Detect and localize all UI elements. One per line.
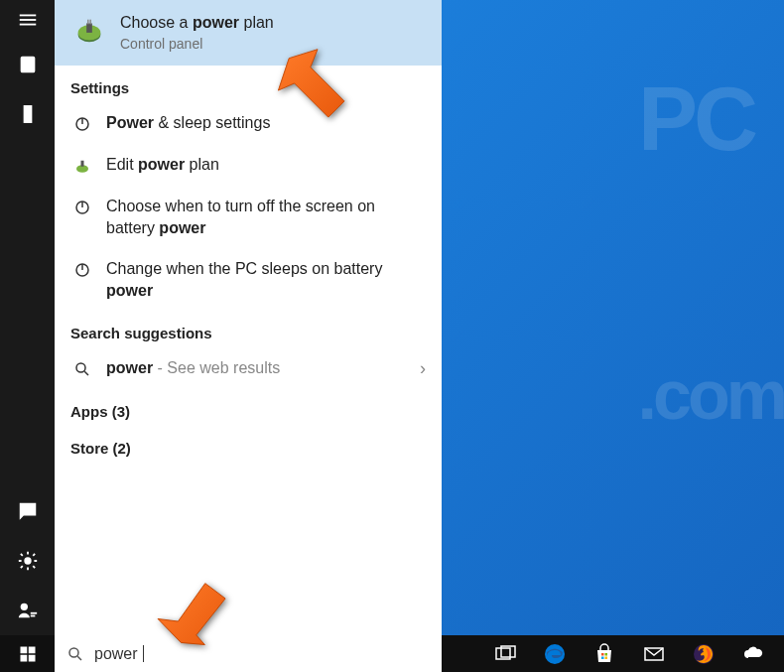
best-match-title: Choose a power plan — [120, 14, 426, 32]
result-web-suggestion[interactable]: power - See web results › — [55, 347, 442, 389]
svg-rect-1 — [19, 19, 36, 21]
settings-gear-icon[interactable] — [0, 536, 55, 586]
chevron-right-icon: › — [420, 358, 426, 379]
best-match-subtitle: Control panel — [120, 36, 426, 52]
svg-rect-28 — [20, 654, 27, 661]
menu-icon[interactable] — [0, 0, 55, 40]
svg-rect-37 — [601, 656, 604, 659]
result-label: Change when the PC sleeps on battery pow… — [106, 258, 426, 301]
result-label: power - See web results — [106, 357, 406, 379]
settings-header: Settings — [55, 66, 442, 102]
svg-rect-2 — [19, 24, 36, 26]
result-label: Edit power plan — [106, 154, 426, 176]
edge-browser-icon[interactable] — [530, 635, 580, 672]
svg-point-24 — [76, 363, 85, 372]
svg-rect-10 — [30, 612, 36, 614]
power-icon — [72, 198, 92, 217]
power-icon — [72, 260, 92, 280]
taskbar: power — [0, 635, 784, 672]
svg-rect-11 — [30, 615, 35, 617]
task-view-icon[interactable] — [480, 635, 530, 672]
power-plan-icon — [72, 14, 106, 48]
svg-rect-36 — [605, 653, 608, 656]
svg-rect-27 — [28, 646, 35, 653]
best-match-result[interactable]: Choose a power plan Control panel — [55, 0, 442, 66]
svg-rect-3 — [21, 58, 34, 72]
start-button[interactable] — [0, 635, 55, 672]
svg-rect-19 — [81, 161, 84, 167]
cortana-sidebar — [0, 0, 55, 672]
watermark: PC .com — [457, 50, 764, 546]
result-label: Power & sleep settings — [106, 112, 426, 134]
svg-rect-0 — [19, 15, 36, 17]
result-screen-off-battery[interactable]: Choose when to turn off the screen on ba… — [55, 186, 442, 248]
search-input[interactable]: power — [94, 645, 430, 663]
search-icon — [72, 359, 92, 379]
apps-header[interactable]: Apps (3) — [55, 389, 442, 426]
svg-rect-14 — [87, 20, 88, 25]
svg-line-25 — [84, 372, 88, 376]
firefox-icon[interactable] — [679, 635, 728, 672]
home-icon[interactable] — [0, 40, 55, 89]
mail-icon[interactable] — [629, 635, 679, 672]
result-power-sleep-settings[interactable]: Power & sleep settings — [55, 102, 442, 144]
feedback-icon[interactable] — [0, 486, 55, 536]
power-plan-small-icon — [72, 156, 92, 176]
svg-rect-15 — [89, 20, 90, 25]
svg-point-9 — [20, 604, 27, 610]
svg-line-31 — [77, 656, 81, 660]
svg-point-30 — [69, 648, 78, 657]
tower-icon[interactable] — [0, 89, 55, 139]
svg-rect-35 — [601, 653, 604, 656]
store-header[interactable]: Store (2) — [55, 426, 442, 463]
store-icon[interactable] — [580, 635, 629, 672]
power-icon — [72, 114, 92, 134]
account-icon[interactable] — [0, 586, 55, 635]
suggestions-header: Search suggestions — [55, 311, 442, 347]
svg-rect-26 — [20, 646, 27, 653]
result-label: Choose when to turn off the screen on ba… — [106, 196, 426, 238]
result-pc-sleep-battery[interactable]: Change when the PC sleeps on battery pow… — [55, 248, 442, 311]
svg-rect-38 — [605, 656, 608, 659]
search-box[interactable]: power — [55, 635, 442, 672]
result-edit-power-plan[interactable]: Edit power plan — [55, 144, 442, 186]
search-results-panel: Choose a power plan Control panel Settin… — [55, 0, 442, 635]
svg-point-8 — [25, 558, 31, 564]
onedrive-icon[interactable] — [728, 635, 778, 672]
svg-rect-29 — [28, 654, 35, 661]
search-icon — [66, 645, 84, 663]
